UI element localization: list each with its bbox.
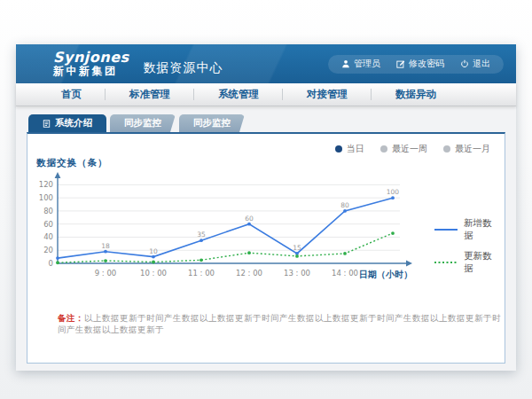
svg-text:日期（小时）: 日期（小时） <box>359 270 412 279</box>
svg-text:100: 100 <box>387 188 400 196</box>
radio-label: 最近一月 <box>455 143 490 155</box>
nav-item-0[interactable]: 首页 <box>37 83 106 106</box>
svg-text:20: 20 <box>43 246 53 254</box>
content-panel: 当日最近一周最近一月 数据交换（条） 0204060801001209 : 00… <box>27 132 505 364</box>
legend-label: 更新数据 <box>464 250 501 275</box>
svg-text:10 : 00: 10 : 00 <box>140 269 167 278</box>
logo-text-cn: 新中新集团 <box>53 66 129 77</box>
power-button[interactable]: 退出 <box>452 58 498 70</box>
svg-text:120: 120 <box>39 180 53 189</box>
svg-text:0: 0 <box>49 259 53 268</box>
svg-text:15: 15 <box>293 244 301 252</box>
svg-text:18: 18 <box>101 242 110 250</box>
footnote: 备注：以上数据更新于时间产生数据以上数据更新于时间产生数据以上数据更新于时间产生… <box>58 313 505 336</box>
svg-text:60: 60 <box>43 220 53 229</box>
svg-text:80: 80 <box>43 207 53 215</box>
radio-option-0[interactable]: 当日 <box>335 143 364 155</box>
radio-dot-icon <box>380 145 387 153</box>
page-background: Synjones 新中新集团 数据资源中心 管理员修改密码退出 首页标准管理系统… <box>0 0 532 399</box>
nav-item-4[interactable]: 数据异动 <box>372 83 460 106</box>
user-button-label: 管理员 <box>354 58 380 70</box>
edit-icon <box>396 59 405 68</box>
nav-item-3[interactable]: 对接管理 <box>283 83 372 106</box>
tab-1[interactable]: 同步监控 <box>110 114 176 132</box>
radio-label: 最近一周 <box>392 143 427 155</box>
legend-swatch-icon <box>434 260 458 265</box>
legend-item-0[interactable]: 新增数据 <box>434 217 501 242</box>
nav-item-1[interactable]: 标准管理 <box>106 83 194 106</box>
legend-swatch-icon <box>434 227 458 232</box>
line-chart: 0204060801001209 : 0010 : 0011 : 0012 : … <box>31 171 434 292</box>
user-button-label: 退出 <box>473 58 490 70</box>
svg-text:10: 10 <box>149 247 158 255</box>
user-button-label: 修改密码 <box>409 58 444 70</box>
tab-label: 系统介绍 <box>55 117 92 129</box>
power-icon <box>460 59 469 68</box>
tab-2[interactable]: 同步监控 <box>179 114 245 132</box>
svg-text:14 : 00: 14 : 00 <box>332 269 358 278</box>
chart-legend: 新增数据更新数据 <box>434 217 501 292</box>
radio-dot-icon <box>443 145 450 153</box>
edit-button[interactable]: 修改密码 <box>388 58 452 70</box>
user-button[interactable]: 管理员 <box>333 58 388 70</box>
footnote-text: 以上数据更新于时间产生数据以上数据更新于时间产生数据以上数据更新于时间产生数据以… <box>58 313 501 334</box>
svg-text:35: 35 <box>197 231 206 239</box>
svg-text:11 : 00: 11 : 00 <box>188 269 215 278</box>
content-area: 系统介绍同步监控同步监控 当日最近一周最近一月 数据交换（条） 02040608… <box>16 106 516 371</box>
document-icon <box>43 120 51 128</box>
logo-text-en: Synjones <box>53 51 129 66</box>
tab-0[interactable]: 系统介绍 <box>28 114 106 132</box>
radio-option-2[interactable]: 最近一月 <box>443 143 490 155</box>
app-header: Synjones 新中新集团 数据资源中心 管理员修改密码退出 <box>16 44 516 83</box>
tab-label: 同步监控 <box>124 117 161 129</box>
main-nav: 首页标准管理系统管理对接管理数据异动 <box>16 83 516 106</box>
footnote-label: 备注： <box>58 313 84 323</box>
svg-text:60: 60 <box>245 215 254 223</box>
chart-area: 0204060801001209 : 0010 : 0011 : 0012 : … <box>27 169 505 292</box>
user-icon <box>341 59 350 68</box>
legend-label: 新增数据 <box>464 217 501 242</box>
brand-logo: Synjones 新中新集团 <box>53 51 129 76</box>
svg-text:12 : 00: 12 : 00 <box>236 269 262 278</box>
y-axis-title: 数据交换（条） <box>36 157 505 169</box>
user-toolbar: 管理员修改密码退出 <box>328 55 504 74</box>
svg-text:80: 80 <box>340 201 349 209</box>
nav-item-2[interactable]: 系统管理 <box>194 83 283 106</box>
radio-dot-icon <box>335 145 342 153</box>
svg-text:13 : 00: 13 : 00 <box>284 269 310 278</box>
app-window: Synjones 新中新集团 数据资源中心 管理员修改密码退出 首页标准管理系统… <box>16 44 516 371</box>
svg-text:100: 100 <box>39 193 53 202</box>
radio-option-1[interactable]: 最近一周 <box>380 143 427 155</box>
svg-text:9 : 00: 9 : 00 <box>95 269 117 278</box>
tab-bar: 系统介绍同步监控同步监控 <box>27 113 505 132</box>
svg-text:40: 40 <box>43 232 53 241</box>
legend-item-1[interactable]: 更新数据 <box>434 250 501 275</box>
page-title: 数据资源中心 <box>144 60 223 76</box>
radio-label: 当日 <box>347 143 364 155</box>
tab-label: 同步监控 <box>193 117 231 129</box>
range-filter-group: 当日最近一周最近一月 <box>27 134 505 155</box>
